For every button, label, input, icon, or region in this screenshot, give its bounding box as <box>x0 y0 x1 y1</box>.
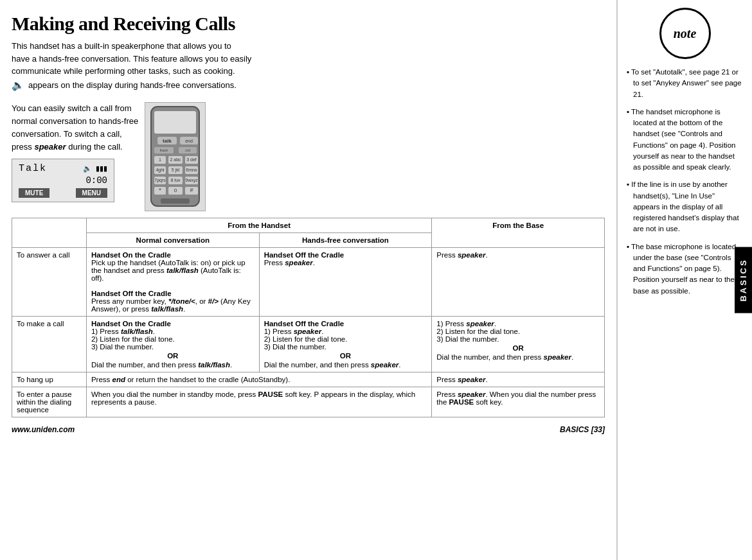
calls-table: From the Handset From the Base Normal co… <box>12 218 605 417</box>
table-row-label: To make a call <box>12 316 87 372</box>
svg-text:flash: flash <box>160 148 168 152</box>
make-normal-cell: Handset On the Cradle 1) Press talk/flas… <box>86 316 259 372</box>
speaker-ref-2: speaker <box>458 251 485 259</box>
pause-btn-2: PAUSE <box>449 398 474 406</box>
table-header-handsfree: Hands-free conversation <box>259 232 432 247</box>
table-row-label: To answer a call <box>12 247 87 316</box>
table-row: To enter a pause within the dialing sequ… <box>12 387 605 417</box>
svg-text:*: * <box>159 187 162 193</box>
pause-base-cell: Press speaker. When you dial the number … <box>432 387 605 417</box>
svg-rect-1 <box>154 111 196 134</box>
speaker-ref-6: speaker <box>544 353 571 361</box>
table-empty-header <box>12 218 87 247</box>
talk-flash-1: talk/flash <box>166 267 199 274</box>
top-section: You can easily switch a call from normal… <box>12 102 605 211</box>
svg-text:6mno: 6mno <box>186 168 198 172</box>
note-circle: note <box>659 8 711 59</box>
answer-normal-h1: Handset On the Cradle <box>91 251 171 259</box>
note-item: To set "Autotalk", see page 21 or to set… <box>627 67 743 100</box>
svg-text:4ghi: 4ghi <box>156 168 165 173</box>
table-row-label: To hang up <box>12 372 87 387</box>
hash-any: #/> <box>208 297 219 305</box>
main-content: Making and Receiving Calls This handset … <box>0 0 617 560</box>
pause-normal-cell: When you dial the number in standby mode… <box>86 387 431 417</box>
phone-svg: talk end flash cid 1 2 abc 3 def 4ghi 5 … <box>148 103 202 209</box>
make-handsfree-cell: Handset Off the Cradle 1) Press speaker.… <box>259 316 432 372</box>
speaker-ref-7: speaker <box>458 376 485 383</box>
switch-call-text: You can easily switch a call from normal… <box>12 102 138 154</box>
speaker-emphasis: speaker <box>34 142 66 152</box>
speaker-display-icon: 🔈 <box>83 164 92 173</box>
svg-text:7pqrs: 7pqrs <box>155 178 166 183</box>
answer-normal-cell: Handset On the Cradle Pick up the handse… <box>86 247 259 316</box>
switch-call-section: You can easily switch a call from normal… <box>12 102 138 203</box>
speaker-ref-4: speaker <box>371 361 398 369</box>
speaker-note: 🔈 appears on the display during hands-fr… <box>12 78 346 93</box>
basics-tab: BASICS <box>735 247 752 313</box>
svg-text:5 jkl: 5 jkl <box>172 168 180 173</box>
speaker-small-icon: 🔈 <box>12 78 24 93</box>
speaker-ref-3: speaker <box>294 328 321 335</box>
or-text-2: OR <box>264 352 427 360</box>
table-row: To hang up Press end or return the hands… <box>12 372 605 387</box>
page-footer: www.uniden.com BASICS [33] <box>12 425 605 434</box>
star-tone: */tone/< <box>168 297 195 305</box>
svg-text:end: end <box>185 139 193 143</box>
svg-text:cid: cid <box>185 148 190 152</box>
hangup-base-cell: Press speaker. <box>432 372 605 387</box>
talk-flash-2: talk/flash <box>151 305 183 313</box>
svg-text:8 tuv: 8 tuv <box>171 178 181 182</box>
note-label: note <box>674 26 697 41</box>
talk-display: Talk 🔈 ▮▮▮ 0:00 MUTE MENU <box>12 159 114 202</box>
talk-flash-4: talk/flash <box>198 361 230 369</box>
note-items-list: To set "Autotalk", see page 21 or to set… <box>627 67 743 297</box>
answer-hf-h1: Handset Off the Cradle <box>264 251 345 259</box>
table-header-normal: Normal conversation <box>86 232 259 247</box>
phone-image: talk end flash cid 1 2 abc 3 def 4ghi 5 … <box>145 102 206 211</box>
svg-text:#: # <box>190 187 193 193</box>
svg-text:3 def: 3 def <box>186 157 197 162</box>
make-hf-h1: Handset Off the Cradle <box>264 320 345 328</box>
answer-normal-h2: Handset Off the Cradle <box>91 290 172 297</box>
footer-website: www.uniden.com <box>12 425 75 434</box>
table-row-label: To enter a pause within the dialing sequ… <box>12 387 87 417</box>
pause-btn: PAUSE <box>258 390 283 398</box>
hangup-normal-cell: Press end or return the handset to the c… <box>86 372 431 387</box>
note-item: The base microphone is located under the… <box>627 241 743 297</box>
talk-time: 0:00 <box>19 175 107 186</box>
talk-flash-3: talk/flash <box>121 328 153 335</box>
svg-text:9wxyz: 9wxyz <box>186 178 199 183</box>
table-row: To answer a call Handset On the Cradle P… <box>12 247 605 316</box>
svg-text:2 abc: 2 abc <box>170 157 182 162</box>
answer-handsfree-cell: Handset Off the Cradle Press speaker. <box>259 247 432 316</box>
mute-button[interactable]: MUTE <box>19 188 49 198</box>
table-header-base: From the Base <box>432 218 605 247</box>
svg-rect-34 <box>161 198 190 204</box>
svg-text:1: 1 <box>159 157 161 162</box>
svg-text:talk: talk <box>163 138 172 144</box>
talk-word: Talk <box>19 163 47 174</box>
intro-paragraph: This handset has a built-in speakerphone… <box>12 40 346 93</box>
table-header-handset: From the Handset <box>86 218 431 232</box>
end-ref: end <box>112 376 125 383</box>
page-title: Making and Receiving Calls <box>12 13 605 35</box>
talk-icons: 🔈 ▮▮▮ <box>83 164 107 173</box>
battery-icon: ▮▮▮ <box>96 164 107 173</box>
or-text-1: OR <box>91 352 255 360</box>
speaker-ref-8: speaker <box>458 390 485 398</box>
talk-display-top-line: Talk 🔈 ▮▮▮ <box>19 163 107 174</box>
speaker-ref-5: speaker <box>466 320 494 328</box>
make-base-cell: 1) Press speaker. 2) Listen for the dial… <box>432 316 605 372</box>
note-item: If the line is in use by another handset… <box>627 179 743 234</box>
make-normal-h1: Handset On the Cradle <box>91 320 171 328</box>
footer-page-number: BASICS [33] <box>560 425 605 434</box>
talk-display-buttons: MUTE MENU <box>19 188 107 198</box>
svg-text:0: 0 <box>174 188 177 193</box>
or-text-3: OR <box>436 344 600 352</box>
sidebar: note To set "Autotalk", see page 21 or t… <box>617 0 752 560</box>
answer-base-cell: Press speaker. <box>432 247 605 316</box>
speaker-ref-1: speaker <box>285 259 312 267</box>
table-row: To make a call Handset On the Cradle 1) … <box>12 316 605 372</box>
note-item: The handset microphone is located at the… <box>627 107 743 173</box>
menu-button[interactable]: MENU <box>76 188 107 198</box>
